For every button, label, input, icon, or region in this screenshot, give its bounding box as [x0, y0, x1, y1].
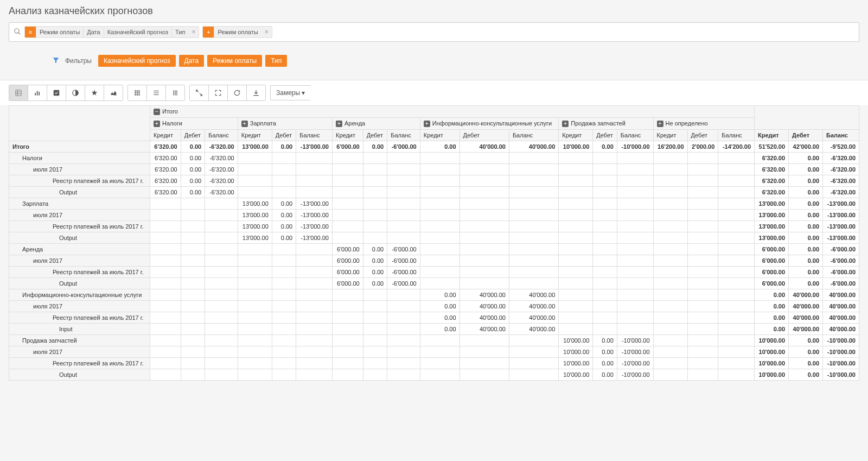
table-row: июля 201710'000.000.00-10'000.0010'000.0…: [9, 346, 859, 358]
row-label[interactable]: Итого: [9, 141, 150, 153]
fullscreen-button[interactable]: [209, 85, 228, 100]
row-label[interactable]: июля 2017: [9, 301, 150, 312]
list-button[interactable]: [147, 85, 166, 100]
cell: 13'000.00: [238, 198, 272, 210]
cell: 0.00: [420, 301, 459, 312]
row-label[interactable]: Реестр платежей за июль 2017 г.: [9, 221, 150, 232]
search-tag-2[interactable]: + Режим оплаты ×: [202, 26, 272, 38]
cell: -10'000.00: [617, 141, 653, 153]
cell: -6'320.00: [205, 187, 238, 198]
search-bar[interactable]: ≡ Режим оплаты Дата Казначейский прогноз…: [9, 22, 859, 42]
search-tag-1[interactable]: ≡ Режим оплаты Дата Казначейский прогноз…: [24, 26, 199, 38]
cell: 13'000.00: [238, 141, 272, 153]
row-label[interactable]: Аренда: [9, 244, 150, 255]
cell: 0.00: [593, 141, 617, 153]
close-icon[interactable]: ×: [188, 28, 199, 36]
cell: 6'320.00: [150, 187, 181, 198]
total-cell: 13'000.00: [755, 232, 789, 244]
row-label[interactable]: Output: [9, 187, 150, 198]
table-row: Output6'000.000.00-6'000.006'000.000.00-…: [9, 278, 859, 289]
cell: 40'000.00: [459, 289, 509, 301]
cell: -10'000.00: [617, 358, 653, 369]
total-cell: 13'000.00: [755, 198, 789, 210]
expand-button[interactable]: [190, 85, 209, 100]
cell: 40'000.00: [509, 289, 558, 301]
row-label[interactable]: Реестр платежей за июль 2017 г.: [9, 358, 150, 369]
row-label[interactable]: июля 2017: [9, 210, 150, 221]
collapse-icon[interactable]: −: [154, 109, 160, 115]
star-button[interactable]: [85, 85, 104, 100]
contrast-button[interactable]: [66, 85, 85, 100]
total-cell: -13'000.00: [823, 198, 859, 210]
expand-icon[interactable]: +: [424, 121, 430, 127]
cell: -6'000.00: [387, 278, 420, 289]
cell: 0.00: [593, 346, 617, 358]
total-cell: -6'000.00: [823, 267, 859, 278]
filter-chip-paymode[interactable]: Режим оплаты: [207, 55, 262, 67]
cell: 0.00: [420, 324, 459, 335]
total-cell: 6'320.00: [755, 175, 789, 187]
total-cell: 6'000.00: [755, 255, 789, 267]
total-cell: -13'000.00: [823, 232, 859, 244]
row-label[interactable]: Зарплата: [9, 198, 150, 210]
row-label[interactable]: июля 2017: [9, 346, 150, 358]
row-label[interactable]: Налоги: [9, 153, 150, 164]
row-label[interactable]: Output: [9, 369, 150, 381]
expand-icon[interactable]: +: [562, 121, 569, 127]
svg-rect-8: [39, 92, 40, 95]
total-cell: 6'000.00: [755, 267, 789, 278]
cell: 0.00: [363, 278, 387, 289]
bar-chart-button[interactable]: [28, 85, 47, 100]
expand-icon[interactable]: +: [336, 121, 342, 127]
row-label[interactable]: Input: [9, 324, 150, 335]
table-row: Зарплата13'000.000.00-13'000.0013'000.00…: [9, 198, 859, 210]
expand-icon[interactable]: +: [657, 121, 663, 127]
row-label[interactable]: Продажа запчастей: [9, 335, 150, 346]
cell: -6'320.00: [205, 141, 238, 153]
cell: 0.00: [593, 358, 617, 369]
close-icon[interactable]: ×: [261, 28, 272, 36]
expand-icon[interactable]: +: [241, 121, 248, 127]
total-cell: 0.00: [755, 301, 789, 312]
row-label[interactable]: июля 2017: [9, 164, 150, 175]
table-view-button[interactable]: [9, 85, 28, 100]
refresh-button[interactable]: [228, 85, 247, 100]
total-cell: 0.00: [789, 267, 823, 278]
total-cell: 0.00: [789, 358, 823, 369]
total-cell: -6'000.00: [823, 278, 859, 289]
cell: 6'000.00: [333, 267, 363, 278]
total-cell: 0.00: [789, 346, 823, 358]
area-chart-button[interactable]: [104, 85, 123, 100]
view-group-2: [127, 85, 185, 101]
row-label[interactable]: Output: [9, 232, 150, 244]
filter-chip-date[interactable]: Дата: [179, 55, 205, 67]
columns-button[interactable]: [166, 85, 184, 100]
svg-rect-9: [54, 90, 60, 96]
measures-dropdown[interactable]: Замеры ▾: [270, 85, 311, 100]
download-button[interactable]: [247, 85, 265, 100]
table-row: Output13'000.000.00-13'000.0013'000.000.…: [9, 232, 859, 244]
row-label[interactable]: Реестр платежей за июль 2017 г.: [9, 175, 150, 187]
check-button[interactable]: [47, 85, 66, 100]
cell: 40'000.00: [509, 312, 558, 324]
row-label[interactable]: Информационно-консультационные услуги: [9, 289, 150, 301]
table-row: Output6'320.000.00-6'320.006'320.000.00-…: [9, 187, 859, 198]
pivot-table: −Итого+Налоги+Зарплата+Аренда+Информацио…: [9, 105, 859, 381]
row-label[interactable]: Реестр платежей за июль 2017 г.: [9, 312, 150, 324]
cell: 0.00: [420, 141, 459, 153]
filter-chip-type[interactable]: Тип: [265, 55, 287, 67]
cell: 16'200.00: [653, 141, 687, 153]
cell: -14'200.00: [718, 141, 755, 153]
expand-icon[interactable]: +: [154, 121, 160, 127]
row-label[interactable]: Output: [9, 278, 150, 289]
table-row: Продажа запчастей10'000.000.00-10'000.00…: [9, 335, 859, 346]
grid-button[interactable]: [128, 85, 147, 100]
cell: 40'000.00: [459, 141, 509, 153]
svg-rect-6: [35, 93, 36, 96]
cell: -6'000.00: [387, 267, 420, 278]
row-label[interactable]: июля 2017: [9, 255, 150, 267]
filter-chip-forecast[interactable]: Казначейский прогноз: [98, 55, 176, 67]
total-cell: 40'000.00: [789, 301, 823, 312]
svg-rect-12: [137, 90, 138, 91]
row-label[interactable]: Реестр платежей за июль 2017 г.: [9, 267, 150, 278]
